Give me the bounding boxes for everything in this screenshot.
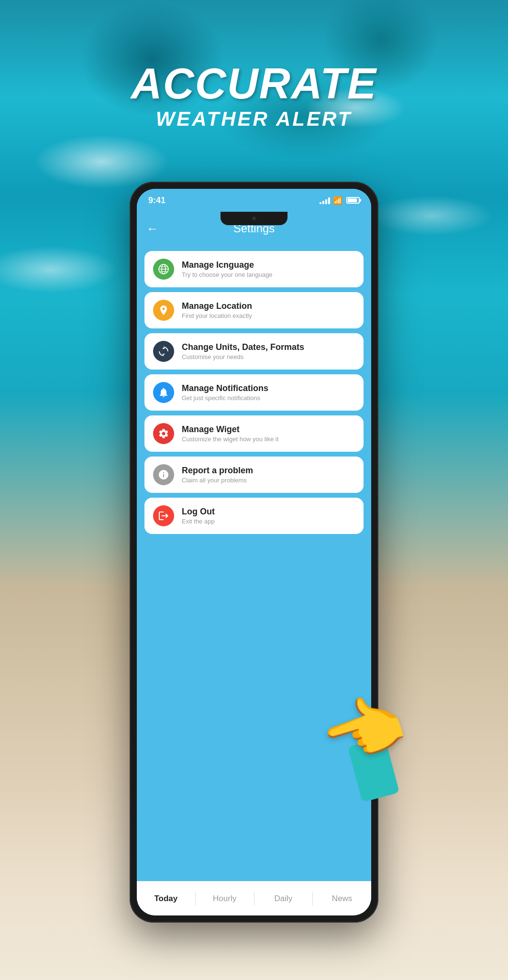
language-icon bbox=[153, 259, 174, 280]
settings-list: Manage Icnguage Try to choose your one l… bbox=[137, 245, 371, 881]
phone-notch bbox=[221, 212, 287, 225]
units-subtitle: Customise your needs bbox=[182, 353, 355, 360]
front-camera bbox=[252, 216, 256, 221]
phone-device: 9:41 📶 bbox=[130, 182, 378, 923]
units-title: Change Units, Dates, Formats bbox=[182, 342, 355, 352]
notifications-subtitle: Get just specific notifications bbox=[182, 394, 355, 402]
notifications-text: Manage Notifications Get just specific n… bbox=[182, 383, 355, 402]
notifications-icon bbox=[153, 382, 174, 403]
location-icon bbox=[153, 300, 174, 321]
phone-screen: 9:41 📶 bbox=[137, 189, 371, 915]
phone-outer-frame: 9:41 📶 bbox=[130, 182, 378, 923]
settings-item-logout[interactable]: Log Out Exit the app bbox=[144, 498, 364, 534]
app-title-block: ACCURATE WEATHER ALERT bbox=[0, 62, 508, 131]
settings-item-units[interactable]: Change Units, Dates, Formats Customise y… bbox=[144, 333, 364, 370]
bottom-navigation: Today Hourly Daily News bbox=[137, 881, 371, 915]
widget-icon bbox=[153, 423, 174, 444]
report-icon bbox=[153, 464, 174, 485]
wifi-icon: 📶 bbox=[333, 196, 342, 205]
signal-icon bbox=[320, 196, 330, 204]
location-subtitle: Find your location exactly bbox=[182, 312, 355, 319]
settings-item-notifications[interactable]: Manage Notifications Get just specific n… bbox=[144, 374, 364, 411]
title-accurate: ACCURATE bbox=[0, 62, 508, 105]
location-title: Manage Location bbox=[182, 301, 355, 311]
location-text: Manage Location Find your location exact… bbox=[182, 301, 355, 319]
logout-subtitle: Exit the app bbox=[182, 518, 355, 525]
status-time: 9:41 bbox=[148, 196, 166, 206]
logout-title: Log Out bbox=[182, 507, 355, 517]
language-title: Manage Icnguage bbox=[182, 260, 355, 270]
title-subtitle: WEATHER ALERT bbox=[0, 108, 508, 131]
units-text: Change Units, Dates, Formats Customise y… bbox=[182, 342, 355, 360]
nav-news[interactable]: News bbox=[313, 882, 371, 915]
units-icon bbox=[153, 341, 174, 362]
battery-icon bbox=[346, 197, 360, 204]
widget-subtitle: Customize the wiget how you like it bbox=[182, 436, 355, 443]
report-title: Report a problem bbox=[182, 466, 355, 476]
widget-text: Manage Wiget Customize the wiget how you… bbox=[182, 425, 355, 443]
settings-item-location[interactable]: Manage Location Find your location exact… bbox=[144, 292, 364, 328]
language-text: Manage Icnguage Try to choose your one l… bbox=[182, 260, 355, 278]
settings-item-widget[interactable]: Manage Wiget Customize the wiget how you… bbox=[144, 415, 364, 452]
logout-text: Log Out Exit the app bbox=[182, 507, 355, 525]
report-subtitle: Claim all your problems bbox=[182, 477, 355, 484]
settings-item-report[interactable]: Report a problem Claim all your problems bbox=[144, 457, 364, 493]
widget-title: Manage Wiget bbox=[182, 425, 355, 435]
notifications-title: Manage Notifications bbox=[182, 383, 355, 393]
settings-item-language[interactable]: Manage Icnguage Try to choose your one l… bbox=[144, 251, 364, 287]
status-icons: 📶 bbox=[320, 196, 360, 205]
nav-daily[interactable]: Daily bbox=[254, 882, 313, 915]
nav-hourly[interactable]: Hourly bbox=[196, 882, 254, 915]
back-button[interactable]: ← bbox=[146, 221, 159, 236]
nav-today[interactable]: Today bbox=[137, 882, 195, 915]
report-text: Report a problem Claim all your problems bbox=[182, 466, 355, 484]
logout-icon bbox=[153, 505, 174, 526]
status-bar: 9:41 📶 bbox=[137, 189, 371, 212]
language-subtitle: Try to choose your one language bbox=[182, 271, 355, 278]
svg-point-5 bbox=[163, 308, 165, 310]
